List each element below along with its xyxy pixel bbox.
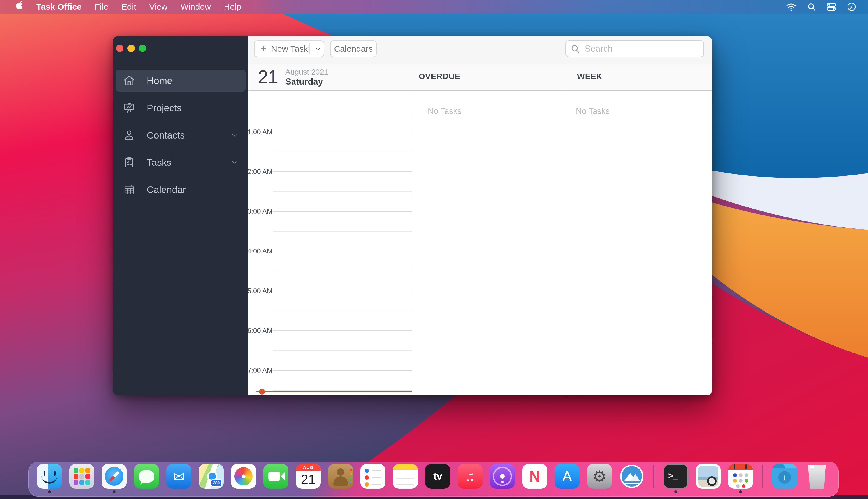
projects-board-icon	[123, 102, 135, 114]
running-indicator	[674, 490, 677, 493]
hour-label: 5:00 AM	[230, 287, 272, 295]
dock-icon-system-preferences[interactable]: ⚙	[587, 464, 612, 489]
menu-edit[interactable]: Edit	[122, 2, 136, 12]
sidebar-item-home[interactable]: Home	[115, 70, 245, 92]
sidebar-item-label: Calendar	[147, 184, 186, 195]
menu-app-name[interactable]: Task Office	[36, 2, 82, 12]
calendar-day-badge: 21	[301, 472, 315, 487]
clock-icon[interactable]	[847, 2, 856, 11]
sidebar-item-tasks[interactable]: Tasks	[115, 151, 245, 173]
dock-icon-news[interactable]: N	[522, 464, 547, 489]
dock-icon-app-store[interactable]: A	[555, 464, 579, 489]
half-hour-line	[273, 231, 412, 232]
dock-icon-notes[interactable]	[393, 464, 418, 489]
overdue-column: No Tasks	[412, 91, 566, 395]
task-office-window: Home Projects	[113, 36, 712, 395]
button-divider	[309, 43, 310, 54]
zoom-button[interactable]	[139, 45, 146, 52]
sidebar-item-contacts[interactable]: Contacts	[115, 124, 245, 146]
current-time-line	[256, 391, 412, 392]
control-center-icon[interactable]	[827, 2, 836, 11]
dock-icon-launchpad[interactable]	[69, 464, 94, 489]
dock-icon-task-office[interactable]	[728, 464, 753, 489]
dock-icon-messages[interactable]	[134, 464, 159, 489]
calendars-button[interactable]: Calendars	[330, 40, 377, 57]
sidebar-item-label: Contacts	[147, 130, 185, 141]
dock-icon-trash[interactable]	[804, 464, 829, 489]
traffic-lights	[116, 45, 146, 52]
tasks-clipboard-icon	[123, 156, 135, 169]
search-input[interactable]	[584, 44, 693, 54]
running-indicator	[48, 490, 51, 493]
search-field[interactable]	[565, 40, 704, 57]
home-icon	[123, 74, 135, 87]
dock: ✉ 280 AUG 21 tv ♫ N A ⚙	[28, 462, 839, 497]
dock-icon-podcasts[interactable]	[490, 464, 515, 489]
menu-file[interactable]: File	[95, 2, 108, 12]
wifi-icon[interactable]	[786, 2, 796, 11]
month-year-label: August 2021	[285, 68, 328, 77]
contacts-person-icon	[123, 129, 135, 141]
dock-icon-calendar[interactable]: AUG 21	[296, 464, 321, 489]
dock-icon-blue-mountain-app[interactable]	[619, 464, 644, 489]
dock-icon-preview[interactable]	[696, 464, 721, 489]
hour-line	[273, 291, 412, 291]
sidebar-item-label: Projects	[147, 102, 182, 113]
menu-window[interactable]: Window	[181, 2, 211, 12]
hour-line	[273, 211, 412, 212]
dock-icon-photos[interactable]	[231, 464, 256, 489]
dock-icon-maps[interactable]: 280	[199, 464, 224, 489]
dock-icon-contacts[interactable]	[328, 464, 353, 489]
overdue-empty-text: No Tasks	[428, 107, 462, 116]
dock-icon-terminal[interactable]: >_	[663, 464, 688, 489]
menu-view[interactable]: View	[149, 2, 168, 12]
search-icon	[571, 44, 580, 54]
desktop: Task Office File Edit View Window Help	[0, 0, 868, 499]
apple-menu-icon[interactable]	[15, 1, 23, 13]
half-hour-line	[273, 191, 412, 192]
hour-label: 2:00 AM	[230, 168, 272, 176]
calendar-month-badge: AUG	[296, 464, 321, 471]
timeline-grid: 1:00 AM2:00 AM3:00 AM4:00 AM5:00 AM6:00 …	[248, 91, 412, 395]
sidebar: Home Projects	[113, 36, 248, 395]
hour-line	[273, 370, 412, 371]
new-task-button[interactable]: + New Task	[254, 40, 324, 57]
hour-label: 6:00 AM	[230, 327, 272, 334]
hour-label: 4:00 AM	[230, 247, 272, 255]
hour-label: 3:00 AM	[230, 207, 272, 216]
running-indicator	[739, 490, 742, 493]
new-task-dropdown[interactable]	[313, 46, 323, 52]
minimize-button[interactable]	[127, 45, 135, 52]
dock-icon-music[interactable]: ♫	[457, 464, 482, 489]
dock-icon-apple-tv[interactable]: tv	[425, 464, 450, 489]
half-hour-line	[273, 390, 412, 391]
menu-bar: Task Office File Edit View Window Help	[0, 0, 868, 14]
day-number: 21	[258, 66, 278, 88]
dock-icon-safari[interactable]	[102, 464, 126, 489]
hour-line	[273, 330, 412, 331]
sidebar-item-calendar[interactable]: Calendar	[115, 179, 245, 201]
dock-divider	[762, 465, 763, 488]
menu-help[interactable]: Help	[224, 2, 242, 12]
dock-icon-mail[interactable]: ✉	[166, 464, 191, 489]
half-hour-line	[273, 311, 412, 311]
new-task-label: New Task	[271, 44, 308, 54]
dock-icon-reminders[interactable]	[360, 464, 386, 489]
close-button[interactable]	[116, 45, 123, 52]
dock-icon-finder[interactable]	[37, 464, 62, 489]
hour-line	[273, 132, 412, 132]
week-column-title: WEEK	[577, 72, 602, 81]
dock-icon-facetime[interactable]	[264, 464, 289, 489]
chevron-down-icon[interactable]	[231, 159, 238, 166]
calendar-icon	[123, 183, 135, 196]
weekday-label: Saturday	[285, 77, 328, 87]
hour-line	[273, 171, 412, 172]
sidebar-item-label: Tasks	[147, 157, 171, 168]
sidebar-item-projects[interactable]: Projects	[115, 97, 245, 119]
dock-icon-downloads-folder[interactable]: ↓	[772, 464, 797, 489]
spotlight-search-icon[interactable]	[807, 2, 816, 11]
plus-icon: +	[260, 42, 267, 54]
dock-divider	[653, 465, 654, 488]
toolbar: + New Task Calendars	[248, 36, 712, 65]
day-header: 21 August 2021 Saturday OVERDUE WEEK	[248, 64, 712, 91]
